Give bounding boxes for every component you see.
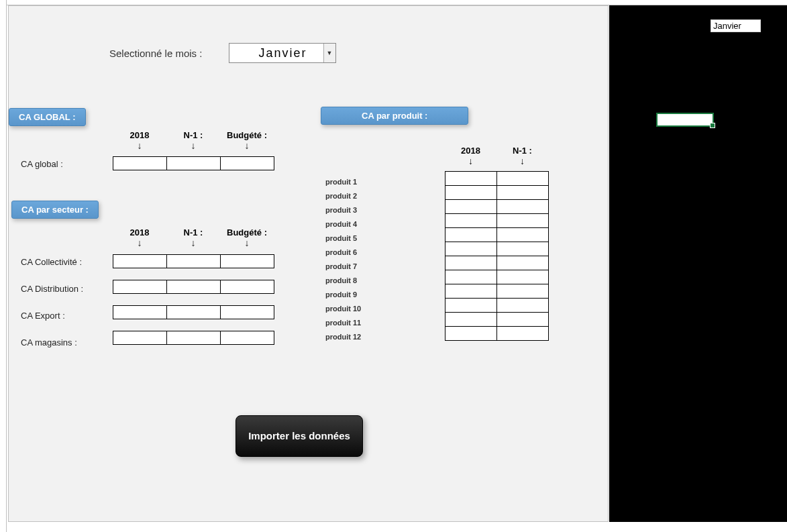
right-panel-cell[interactable]: Janvier: [711, 19, 761, 32]
global-col-n1: N-1 : ↓: [166, 130, 220, 151]
cell[interactable]: [445, 256, 497, 270]
table-row: [445, 186, 549, 200]
produit-row-label: produit 2: [325, 189, 361, 203]
secteur-column-headers: 2018 ↓ N-1 : ↓ Budgété : ↓: [113, 227, 274, 248]
month-dropdown-value: Janvier: [258, 46, 307, 60]
cell[interactable]: [445, 214, 497, 228]
table-row: [445, 327, 549, 341]
global-table: [113, 156, 274, 170]
produit-row-labels: produit 1 produit 2 produit 3 produit 4 …: [325, 174, 361, 343]
produit-col-n1: N-1 : ↓: [496, 146, 548, 166]
produit-row-label: produit 12: [325, 329, 361, 343]
cell[interactable]: [497, 284, 549, 299]
cell[interactable]: [497, 242, 549, 256]
cell[interactable]: [497, 299, 549, 313]
table-row: [113, 157, 274, 170]
table-row: [445, 299, 549, 313]
cell[interactable]: [113, 280, 167, 294]
cell[interactable]: [221, 306, 274, 319]
cell[interactable]: [167, 331, 221, 345]
cell[interactable]: [113, 306, 167, 319]
cell[interactable]: [167, 255, 221, 268]
produit-column-headers: 2018 ↓ N-1 : ↓: [445, 146, 548, 166]
cell[interactable]: [445, 270, 497, 284]
cell[interactable]: [497, 186, 549, 200]
arrow-down-icon: ↓: [220, 237, 274, 248]
import-data-button[interactable]: Importer les données: [235, 415, 363, 457]
cell[interactable]: [445, 242, 497, 256]
global-column-headers: 2018 ↓ N-1 : ↓ Budgété : ↓: [113, 130, 274, 151]
table-row: [113, 306, 274, 319]
produit-row-label: produit 6: [325, 245, 361, 259]
cell[interactable]: [445, 313, 497, 327]
cell[interactable]: [221, 157, 274, 170]
cell[interactable]: [221, 255, 274, 268]
cell[interactable]: [167, 280, 221, 294]
secteur-row-label: CA Distribution :: [21, 284, 83, 294]
cell[interactable]: [445, 228, 497, 242]
produit-row-label: produit 3: [325, 203, 361, 217]
secteur-row-label: CA Collectivité :: [21, 257, 82, 267]
column-headers-bar: [0, 0, 787, 5]
import-button-label: Importer les données: [248, 429, 350, 443]
table-row: [445, 256, 549, 270]
produit-row-label: produit 11: [325, 315, 361, 329]
cell[interactable]: [445, 172, 497, 186]
arrow-down-icon: ↓: [113, 140, 166, 151]
cell[interactable]: [113, 331, 167, 345]
month-selector-row: Selectionné le mois : Janvier ▼: [109, 43, 336, 63]
produit-row-label: produit 8: [325, 273, 361, 287]
secteur-row-label: CA Export :: [21, 311, 65, 321]
table-row: [445, 284, 549, 299]
badge-ca-global: CA GLOBAL :: [9, 108, 86, 126]
produit-row-label: produit 9: [325, 287, 361, 301]
produit-row-label: produit 7: [325, 259, 361, 273]
cell[interactable]: [113, 255, 167, 268]
secteur-row-label: CA magasins :: [21, 337, 77, 348]
dashboard-panel: Selectionné le mois : Janvier ▼ CA GLOBA…: [8, 5, 609, 522]
produit-col-2018: 2018 ↓: [445, 146, 496, 166]
right-dark-panel: Janvier: [609, 5, 787, 522]
global-row-label: CA global :: [21, 159, 63, 169]
cell[interactable]: [497, 313, 549, 327]
cell[interactable]: [167, 157, 221, 170]
cell[interactable]: [497, 214, 549, 228]
cell[interactable]: [445, 284, 497, 299]
cell[interactable]: [497, 327, 549, 341]
produit-table: [445, 171, 549, 341]
cell[interactable]: [497, 200, 549, 214]
produit-row-label: produit 4: [325, 217, 361, 231]
table-row: [445, 214, 549, 228]
cell[interactable]: [167, 306, 221, 319]
arrow-down-icon: ↓: [166, 140, 220, 151]
table-row: [113, 331, 274, 345]
cell[interactable]: [497, 228, 549, 242]
table-row: [445, 270, 549, 284]
cell[interactable]: [445, 327, 497, 341]
cell[interactable]: [445, 299, 497, 313]
cell[interactable]: [497, 172, 549, 186]
row-headers-bar: [0, 0, 7, 532]
cell[interactable]: [445, 186, 497, 200]
active-cell-indicator[interactable]: [656, 113, 714, 127]
secteur-col-n1: N-1 : ↓: [166, 227, 220, 248]
table-row: [445, 172, 549, 186]
month-dropdown[interactable]: Janvier ▼: [229, 43, 336, 63]
produit-row-label: produit 1: [325, 174, 361, 189]
cell[interactable]: [113, 157, 167, 170]
chevron-down-icon: ▼: [323, 44, 335, 62]
cell[interactable]: [445, 200, 497, 214]
arrow-down-icon: ↓: [220, 140, 274, 151]
arrow-down-icon: ↓: [445, 156, 496, 166]
badge-ca-produit: CA par produit :: [321, 107, 468, 125]
cell[interactable]: [221, 280, 274, 294]
secteur-table: [113, 254, 274, 345]
badge-ca-secteur: CA par secteur :: [11, 201, 99, 219]
cell[interactable]: [221, 331, 274, 345]
cell[interactable]: [497, 270, 549, 284]
table-row: [445, 313, 549, 327]
arrow-down-icon: ↓: [166, 237, 220, 248]
arrow-down-icon: ↓: [496, 156, 548, 166]
produit-row-label: produit 5: [325, 231, 361, 245]
cell[interactable]: [497, 256, 549, 270]
